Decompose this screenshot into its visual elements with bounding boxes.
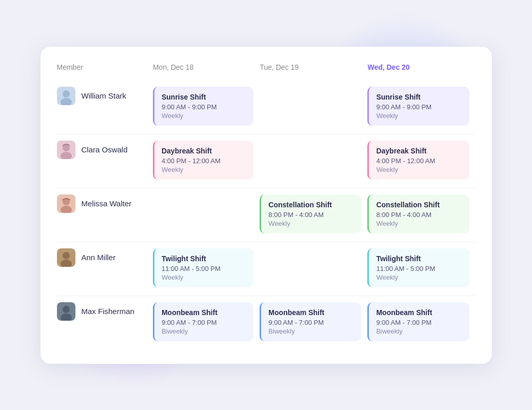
avatar-ann-miller — [57, 248, 75, 267]
member-name-melissa-walter: Melissa Walter — [82, 199, 132, 208]
schedule-card: Member Mon, Dec 18 Tue, Dec 19 Wed, Dec … — [41, 47, 492, 364]
shift-cell-william-stark-mon[interactable]: Sunrise Shift 9:00 AM - 9:00 PM Weekly — [153, 81, 260, 134]
table-row: Melissa Walter Constellation Shift 8:00 … — [57, 188, 476, 242]
empty-shift — [153, 194, 260, 236]
shift-card-max-fisherman-wed[interactable]: Moonbeam Shift 9:00 AM - 7:00 PM Biweekl… — [367, 302, 469, 341]
empty-shift — [260, 87, 367, 128]
empty-shift — [260, 248, 367, 289]
shift-cell-melissa-walter-mon[interactable] — [153, 188, 260, 242]
shift-name: Twilight Shift — [162, 255, 246, 263]
shift-name: Moonbeam Shift — [268, 308, 354, 317]
shift-freq: Weekly — [376, 274, 462, 281]
shift-time: 9:00 AM - 9:00 PM — [162, 103, 246, 111]
shift-time: 11:00 AM - 5:00 PM — [376, 265, 462, 272]
shift-name: Moonbeam Shift — [376, 308, 462, 317]
shift-time: 4:00 PM - 12:00 AM — [376, 157, 462, 165]
shift-freq: Weekly — [162, 274, 246, 281]
shift-time: 8:00 PM - 4:00 AM — [268, 211, 354, 219]
shift-cell-clara-oswald-wed[interactable]: Daybreak Shift 4:00 PM - 12:00 AM Weekly — [367, 134, 475, 188]
member-cell-william-stark: William Stark — [57, 81, 153, 134]
shift-freq: Biweekly — [162, 327, 246, 335]
shift-cell-max-fisherman-tue[interactable]: Moonbeam Shift 9:00 AM - 7:00 PM Biweekl… — [260, 296, 367, 347]
shift-card-william-stark-wed[interactable]: Sunrise Shift 9:00 AM - 9:00 PM Weekly — [367, 87, 469, 126]
shift-cell-william-stark-tue[interactable] — [260, 81, 367, 134]
avatar-max-fisherman — [57, 302, 75, 321]
table-row: Max Fisherman Moonbeam Shift 9:00 AM - 7… — [57, 296, 476, 347]
shift-time: 9:00 AM - 7:00 PM — [268, 319, 354, 326]
shift-card-ann-miller-wed[interactable]: Twilight Shift 11:00 AM - 5:00 PM Weekly — [367, 248, 469, 287]
shift-card-william-stark-mon[interactable]: Sunrise Shift 9:00 AM - 9:00 PM Weekly — [153, 87, 253, 126]
shift-name: Daybreak Shift — [376, 147, 462, 155]
avatar-william-stark — [57, 87, 75, 105]
svg-point-10 — [63, 252, 70, 259]
shift-freq: Weekly — [162, 112, 246, 120]
shift-cell-ann-miller-mon[interactable]: Twilight Shift 11:00 AM - 5:00 PM Weekly — [153, 242, 260, 296]
member-cell-max-fisherman: Max Fisherman — [57, 296, 153, 347]
shift-freq: Biweekly — [268, 327, 354, 335]
shift-freq: Weekly — [376, 220, 462, 227]
shift-cell-clara-oswald-tue[interactable] — [260, 134, 367, 188]
avatar-melissa-walter — [57, 194, 75, 213]
shift-time: 9:00 AM - 7:00 PM — [162, 319, 246, 326]
member-name-william-stark: William Stark — [82, 91, 127, 100]
shift-cell-william-stark-wed[interactable]: Sunrise Shift 9:00 AM - 9:00 PM Weekly — [367, 81, 475, 134]
shift-time: 8:00 PM - 4:00 AM — [376, 211, 462, 219]
shift-card-clara-oswald-wed[interactable]: Daybreak Shift 4:00 PM - 12:00 AM Weekly — [367, 141, 469, 180]
shift-name: Twilight Shift — [376, 255, 462, 263]
shift-card-melissa-walter-tue[interactable]: Constellation Shift 8:00 PM - 4:00 AM We… — [260, 194, 361, 233]
shift-freq: Biweekly — [376, 327, 462, 335]
table-row: Ann Miller Twilight Shift 11:00 AM - 5:0… — [57, 242, 476, 296]
shift-name: Constellation Shift — [376, 201, 462, 209]
header-member: Member — [57, 63, 153, 81]
shift-name: Sunrise Shift — [376, 93, 462, 101]
member-name-clara-oswald: Clara Oswald — [82, 145, 128, 154]
shift-cell-ann-miller-wed[interactable]: Twilight Shift 11:00 AM - 5:00 PM Weekly — [367, 242, 475, 296]
shift-card-max-fisherman-tue[interactable]: Moonbeam Shift 9:00 AM - 7:00 PM Biweekl… — [260, 302, 361, 341]
member-cell-clara-oswald: Clara Oswald — [57, 134, 153, 188]
shift-name: Constellation Shift — [268, 201, 354, 209]
shift-cell-melissa-walter-wed[interactable]: Constellation Shift 8:00 PM - 4:00 AM We… — [367, 188, 475, 242]
shift-card-clara-oswald-mon[interactable]: Daybreak Shift 4:00 PM - 12:00 AM Weekly — [153, 141, 253, 180]
shift-time: 9:00 AM - 9:00 PM — [376, 103, 462, 111]
shift-cell-clara-oswald-mon[interactable]: Daybreak Shift 4:00 PM - 12:00 AM Weekly — [153, 134, 260, 188]
member-cell-ann-miller: Ann Miller — [57, 242, 153, 296]
member-cell-melissa-walter: Melissa Walter — [57, 188, 153, 242]
schedule-table: Member Mon, Dec 18 Tue, Dec 19 Wed, Dec … — [57, 63, 476, 347]
member-name-ann-miller: Ann Miller — [82, 253, 116, 262]
shift-freq: Weekly — [268, 220, 354, 227]
svg-point-13 — [63, 306, 70, 313]
header-mon: Mon, Dec 18 — [153, 63, 260, 81]
avatar-clara-oswald — [57, 141, 75, 159]
shift-freq: Weekly — [376, 112, 462, 120]
table-row: Clara Oswald Daybreak Shift 4:00 PM - 12… — [57, 134, 476, 188]
shift-freq: Weekly — [376, 166, 462, 173]
shift-freq: Weekly — [162, 166, 246, 173]
empty-shift — [260, 141, 367, 182]
shift-cell-ann-miller-tue[interactable] — [260, 242, 367, 296]
shift-time: 4:00 PM - 12:00 AM — [162, 157, 246, 165]
svg-point-1 — [63, 90, 70, 97]
shift-time: 11:00 AM - 5:00 PM — [162, 265, 246, 272]
shift-cell-melissa-walter-tue[interactable]: Constellation Shift 8:00 PM - 4:00 AM We… — [260, 188, 367, 242]
shift-card-ann-miller-mon[interactable]: Twilight Shift 11:00 AM - 5:00 PM Weekly — [153, 248, 253, 287]
header-tue: Tue, Dec 19 — [260, 63, 367, 81]
header-wed: Wed, Dec 20 — [367, 63, 475, 81]
table-row: William Stark Sunrise Shift 9:00 AM - 9:… — [57, 81, 476, 134]
shift-name: Sunrise Shift — [162, 93, 246, 101]
shift-cell-max-fisherman-wed[interactable]: Moonbeam Shift 9:00 AM - 7:00 PM Biweekl… — [367, 296, 475, 347]
shift-name: Moonbeam Shift — [162, 308, 246, 317]
shift-cell-max-fisherman-mon[interactable]: Moonbeam Shift 9:00 AM - 7:00 PM Biweekl… — [153, 296, 260, 347]
shift-card-max-fisherman-mon[interactable]: Moonbeam Shift 9:00 AM - 7:00 PM Biweekl… — [153, 302, 253, 341]
shift-time: 9:00 AM - 7:00 PM — [376, 319, 462, 326]
member-name-max-fisherman: Max Fisherman — [82, 307, 134, 316]
shift-card-melissa-walter-wed[interactable]: Constellation Shift 8:00 PM - 4:00 AM We… — [367, 194, 469, 233]
shift-name: Daybreak Shift — [162, 147, 246, 155]
